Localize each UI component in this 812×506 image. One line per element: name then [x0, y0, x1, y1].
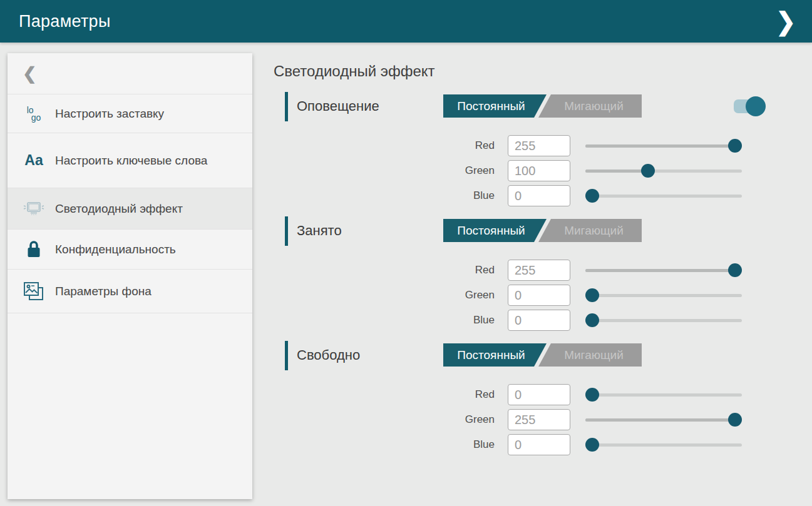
slider-thumb[interactable]	[728, 263, 742, 277]
slider-track[interactable]	[585, 443, 742, 447]
channel-label: Green	[274, 413, 495, 426]
page-title: Параметры	[19, 12, 111, 31]
channel-row-red: Red	[274, 258, 771, 283]
channel-slider[interactable]	[585, 263, 742, 277]
channel-slider[interactable]	[585, 139, 742, 153]
logo-text-icon: logo	[27, 106, 41, 121]
keywords-aa-icon: Aa	[24, 152, 43, 169]
channel-slider[interactable]	[585, 388, 742, 402]
slider-thumb[interactable]	[728, 139, 742, 153]
slider-track[interactable]	[585, 294, 742, 297]
channel-slider[interactable]	[585, 313, 742, 327]
channel-label: Blue	[274, 438, 495, 451]
channel-value-input[interactable]	[508, 434, 570, 455]
section-accent-bar	[285, 92, 288, 121]
channel-slider[interactable]	[585, 288, 742, 302]
channel-slider[interactable]	[585, 413, 742, 427]
channel-value-input[interactable]	[508, 185, 570, 206]
channel-value-input[interactable]	[508, 260, 570, 281]
back-chevron-icon: ❮	[23, 64, 37, 84]
section-accent-bar	[285, 216, 288, 246]
led-section-free: СвободноПостоянныйМигающийRedGreenBlue	[274, 340, 771, 457]
slider-thumb[interactable]	[585, 313, 599, 327]
sidebar: ❮ logoНастроить заставкуAaНастроить ключ…	[8, 53, 252, 499]
slider-track[interactable]	[585, 319, 742, 322]
channel-value-input[interactable]	[508, 310, 570, 331]
tab-blinking-mode[interactable]: Мигающий	[538, 219, 642, 242]
sidebar-item-label: Конфиденциальность	[55, 241, 176, 258]
enable-toggle[interactable]	[734, 99, 762, 114]
mode-tabs: ПостоянныйМигающий	[443, 94, 642, 118]
channel-value-input[interactable]	[508, 384, 570, 405]
led-section-alert: ОповещениеПостоянныйМигающийRedGreenBlue	[274, 91, 771, 208]
channel-label: Red	[274, 388, 495, 401]
channel-label: Green	[274, 164, 495, 177]
sidebar-item-label: Светодиодный эффект	[55, 201, 183, 217]
header-bar: Параметры ❯	[0, 0, 812, 43]
slider-thumb[interactable]	[585, 189, 599, 203]
channel-label: Red	[274, 139, 495, 152]
back-button[interactable]: ❮	[8, 53, 252, 94]
channel-label: Green	[274, 289, 495, 301]
forward-chevron-icon[interactable]: ❯	[776, 9, 796, 34]
channel-value-input[interactable]	[508, 160, 570, 181]
sidebar-item-privacy[interactable]: Конфиденциальность	[8, 230, 252, 270]
channel-row-green: Green	[274, 407, 771, 432]
channel-value-input[interactable]	[508, 409, 570, 430]
section-title: Светодиодный эффект	[274, 62, 771, 81]
tab-solid-mode[interactable]: Постоянный	[443, 343, 547, 367]
sidebar-item-led[interactable]: Светодиодный эффект	[8, 188, 252, 230]
section-name: Оповещение	[297, 98, 379, 114]
main-content: Светодиодный эффект ОповещениеПостоянный…	[274, 62, 771, 465]
tab-solid-mode[interactable]: Постоянный	[443, 219, 547, 242]
slider-fill	[585, 418, 735, 422]
sidebar-item-splash[interactable]: logoНастроить заставку	[8, 94, 252, 133]
sidebar-item-label: Настроить ключевые слова	[55, 153, 207, 169]
channel-value-input[interactable]	[508, 285, 570, 306]
sidebar-item-keywords[interactable]: AaНастроить ключевые слова	[8, 133, 252, 188]
channel-label: Blue	[274, 190, 495, 202]
slider-thumb[interactable]	[728, 413, 742, 427]
slider-fill	[585, 144, 735, 148]
toggle-thumb	[746, 96, 766, 116]
tab-solid-mode[interactable]: Постоянный	[443, 94, 547, 118]
channel-slider[interactable]	[585, 438, 742, 452]
slider-thumb[interactable]	[641, 164, 655, 178]
channel-value-input[interactable]	[508, 135, 570, 156]
channel-slider[interactable]	[585, 164, 742, 178]
tab-blinking-mode[interactable]: Мигающий	[538, 94, 642, 118]
slider-track[interactable]	[585, 195, 742, 198]
mode-tabs: ПостоянныйМигающий	[443, 219, 642, 242]
channel-row-blue: Blue	[274, 308, 771, 333]
channel-row-red: Red	[274, 133, 771, 158]
lock-icon	[25, 240, 43, 260]
channel-label: Blue	[274, 314, 495, 326]
slider-track[interactable]	[585, 393, 742, 397]
slider-thumb[interactable]	[585, 388, 599, 402]
slider-thumb[interactable]	[585, 438, 599, 452]
slider-fill	[585, 170, 648, 173]
section-accent-bar	[285, 341, 288, 370]
channel-row-green: Green	[274, 283, 771, 308]
channel-row-blue: Blue	[274, 432, 771, 457]
slider-fill	[585, 269, 735, 272]
mode-tabs: ПостоянныйМигающий	[443, 343, 642, 367]
channel-slider[interactable]	[585, 189, 742, 203]
channel-row-blue: Blue	[274, 183, 771, 208]
tab-blinking-mode[interactable]: Мигающий	[538, 343, 642, 367]
led-section-busy: ЗанятоПостоянныйМигающийRedGreenBlue	[274, 216, 771, 333]
channel-row-red: Red	[274, 382, 771, 407]
channel-row-green: Green	[274, 158, 771, 183]
section-name: Занято	[297, 223, 342, 239]
channel-label: Red	[274, 264, 495, 276]
sidebar-item-background[interactable]: Параметры фона	[8, 270, 252, 313]
slider-thumb[interactable]	[585, 288, 599, 302]
led-monitor-icon	[23, 200, 45, 218]
sidebar-item-label: Настроить заставку	[55, 106, 164, 122]
background-images-icon	[23, 281, 45, 302]
section-name: Свободно	[297, 347, 360, 363]
sidebar-item-label: Параметры фона	[55, 283, 152, 300]
